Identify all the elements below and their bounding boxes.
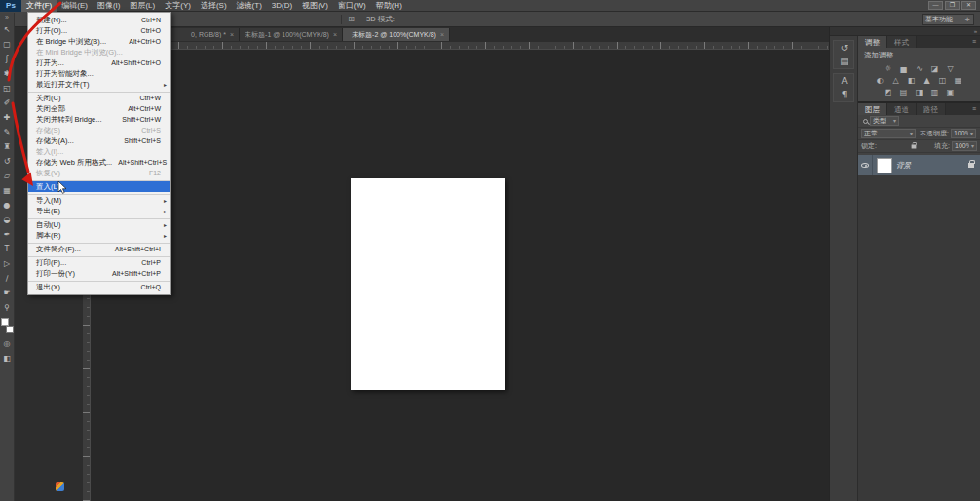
menu-item-close-go-bridge[interactable]: 关闭并转到 Bridge... Shift+Ctrl+W	[28, 114, 170, 125]
auto-align-icon[interactable]: ⊞	[337, 13, 357, 26]
foreground-color-swatch[interactable]	[1, 318, 9, 326]
zoom-tool[interactable]: ⚲	[0, 300, 15, 315]
tab-document-3[interactable]: 未标题-2 @ 100%(CMYK/8) ×	[343, 28, 450, 41]
tab-close-icon[interactable]: ×	[230, 31, 234, 38]
close-button[interactable]: ✕	[961, 1, 976, 10]
tab-document-2[interactable]: 未标题-1 @ 100%(CMYK/8) ×	[240, 28, 343, 41]
healing-brush-tool[interactable]: ✚	[0, 110, 15, 125]
tab-adjustments[interactable]: 调整	[858, 36, 887, 48]
menu-item-open-as-smart-object[interactable]: 打开为智能对象...	[28, 68, 170, 79]
menu-item-exit[interactable]: 退出(X) Ctrl+Q	[28, 282, 170, 292]
hue-saturation-icon[interactable]: ◐	[874, 75, 886, 86]
workspace-switcher-button[interactable]: 基本功能 ≑	[922, 14, 974, 25]
quick-selection-tool[interactable]: ✱	[0, 66, 15, 81]
eyedropper-tool[interactable]: ✐	[0, 96, 15, 110]
properties-panel-icon[interactable]: ▤	[834, 55, 854, 68]
paragraph-panel-icon[interactable]: ¶	[834, 88, 854, 101]
move-tool[interactable]: ↖	[0, 22, 15, 37]
tab-close-icon[interactable]: ×	[333, 31, 337, 38]
filter-kind-dropdown[interactable]: 类型 ▾	[870, 116, 899, 126]
menu-item-browse-in-mini-bridge[interactable]: 在 Mini Bridge 中浏览(G)...	[28, 47, 170, 58]
menu-layer[interactable]: 图层(L)	[125, 0, 160, 12]
canvas[interactable]	[351, 178, 505, 390]
tab-styles[interactable]: 样式	[887, 36, 917, 48]
menu-item-print[interactable]: 打印(P)... Ctrl+P	[28, 257, 170, 268]
crop-tool[interactable]: ◱	[0, 81, 15, 96]
selective-color-icon[interactable]: ▣	[944, 87, 957, 97]
levels-icon[interactable]: ▅	[897, 63, 910, 74]
dodge-tool[interactable]: ◒	[0, 212, 15, 227]
history-brush-tool[interactable]: ↺	[0, 154, 15, 169]
vibrance-icon[interactable]: ▽	[944, 63, 957, 74]
gradient-tool[interactable]: ▦	[0, 183, 15, 198]
menu-item-open[interactable]: 打开(O)... Ctrl+O	[28, 25, 170, 36]
clone-stamp-tool[interactable]: ♜	[0, 139, 15, 154]
collapse-panels-icon[interactable]: »	[974, 28, 977, 34]
menu-item-scripts[interactable]: 脚本(R) ▸	[28, 230, 170, 241]
panel-menu-icon[interactable]: ≡	[972, 36, 980, 48]
menu-file[interactable]: 文件(F)	[21, 0, 57, 12]
screen-mode-icon[interactable]: ◧	[0, 351, 15, 366]
menu-item-open-recent[interactable]: 最近打开文件(T) ▸	[28, 79, 170, 90]
blur-tool[interactable]: ●	[0, 198, 15, 212]
horizontal-ruler[interactable]	[91, 42, 829, 50]
menu-item-file-info[interactable]: 文件简介(F)... Alt+Shift+Ctrl+I	[28, 244, 170, 254]
lock-all-icon[interactable]	[912, 144, 917, 148]
menu-view[interactable]: 视图(V)	[297, 0, 333, 12]
photo-filter-icon[interactable]: ▲	[921, 75, 933, 86]
menu-item-automate[interactable]: 自动(U) ▸	[28, 219, 170, 230]
invert-icon[interactable]: ◩	[882, 87, 894, 97]
menu-item-new[interactable]: 新建(N)... Ctrl+N	[28, 15, 170, 25]
menu-item-close-all[interactable]: 关闭全部 Alt+Ctrl+W	[28, 103, 170, 114]
marquee-tool[interactable]: ▢	[0, 37, 15, 52]
menu-item-save-as[interactable]: 存储为(A)... Shift+Ctrl+S	[28, 135, 170, 146]
blend-mode-dropdown[interactable]: 正常 ▾	[861, 129, 916, 138]
menu-item-revert[interactable]: 恢复(V) F12	[28, 168, 170, 178]
collapse-tools-icon[interactable]: »	[5, 13, 9, 22]
opacity-field[interactable]: 100% ▾	[951, 129, 976, 138]
tab-paths[interactable]: 路径	[917, 103, 946, 115]
quick-mask-icon[interactable]: ◎	[0, 336, 15, 351]
character-panel-icon[interactable]: A	[834, 74, 854, 88]
restore-button[interactable]: ❐	[945, 1, 960, 10]
curves-icon[interactable]: ∿	[913, 63, 925, 74]
menu-item-check-in[interactable]: 签入(I)...	[28, 146, 170, 157]
color-lookup-icon[interactable]: ▦	[952, 75, 964, 86]
panel-menu-icon[interactable]: ≡	[972, 103, 980, 115]
brush-tool[interactable]: ✎	[0, 125, 15, 139]
history-panel-icon[interactable]: ↺	[834, 41, 854, 55]
eraser-tool[interactable]: ▱	[0, 169, 15, 183]
menu-image[interactable]: 图像(I)	[93, 0, 126, 12]
menu-item-save-for-web[interactable]: 存储为 Web 所用格式... Alt+Shift+Ctrl+S	[28, 157, 170, 168]
menu-item-open-as[interactable]: 打开为... Alt+Shift+Ctrl+O	[28, 58, 170, 68]
menu-item-import[interactable]: 导入(M) ▸	[28, 195, 170, 206]
background-color-swatch[interactable]	[6, 326, 14, 333]
menu-edit[interactable]: 编辑(E)	[57, 0, 93, 12]
mini-bridge-icon[interactable]	[56, 482, 64, 491]
menu-3d[interactable]: 3D(D)	[267, 0, 297, 12]
color-balance-icon[interactable]: △	[889, 75, 902, 86]
menu-item-browse-in-bridge[interactable]: 在 Bridge 中浏览(B)... Alt+Ctrl+O	[28, 36, 170, 47]
posterize-icon[interactable]: ▤	[897, 87, 910, 97]
type-tool[interactable]: T	[0, 242, 15, 256]
layer-row-background[interactable]: 背景	[858, 155, 980, 175]
menu-item-place[interactable]: 置入(L)...	[28, 181, 170, 192]
tab-layers[interactable]: 图层	[858, 103, 887, 115]
hand-tool[interactable]: ☛	[0, 286, 15, 300]
layer-thumbnail[interactable]	[877, 158, 892, 173]
gradient-map-icon[interactable]: ▥	[928, 87, 941, 97]
layer-visibility-toggle[interactable]	[858, 155, 873, 175]
menu-help[interactable]: 帮助(H)	[371, 0, 407, 12]
tab-close-icon[interactable]: ×	[440, 31, 444, 38]
menu-item-close[interactable]: 关闭(C) Ctrl+W	[28, 93, 170, 103]
black-white-icon[interactable]: ◧	[905, 75, 918, 86]
menu-filter[interactable]: 滤镜(T)	[232, 0, 267, 12]
menu-item-print-one-copy[interactable]: 打印一份(Y) Alt+Shift+Ctrl+P	[28, 268, 170, 279]
pen-tool[interactable]: ✒	[0, 227, 15, 242]
menu-type[interactable]: 文字(Y)	[160, 0, 196, 12]
menu-item-save[interactable]: 存储(S) Ctrl+S	[28, 125, 170, 135]
fill-field[interactable]: 100% ▾	[952, 141, 977, 151]
threshold-icon[interactable]: ◨	[913, 87, 925, 97]
channel-mixer-icon[interactable]: ◫	[936, 75, 949, 86]
tab-channels[interactable]: 通道	[887, 103, 917, 115]
